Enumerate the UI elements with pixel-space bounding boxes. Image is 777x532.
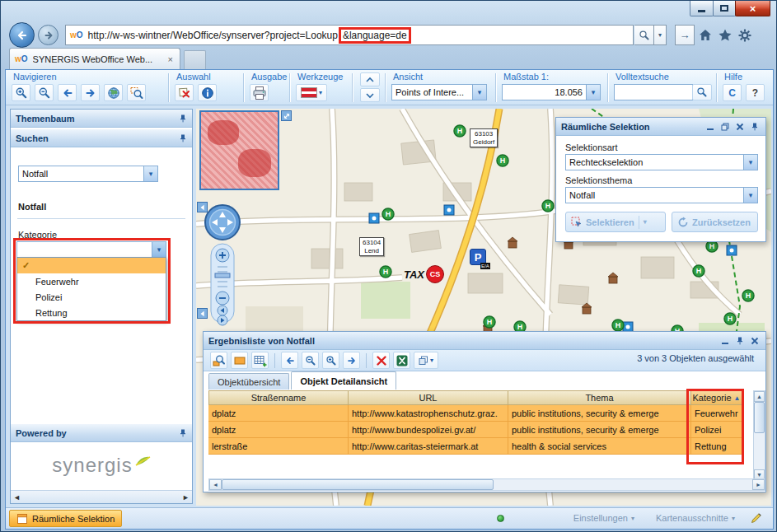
address-bar[interactable]: wO http://w-ws-wintner/WebOffice/synserv… bbox=[65, 25, 634, 45]
poi-marker[interactable] bbox=[727, 245, 737, 255]
address-search-button[interactable] bbox=[634, 25, 654, 45]
copy-results-button[interactable]: ▾ bbox=[414, 352, 438, 369]
previous-record-button[interactable] bbox=[281, 352, 298, 369]
sidebar-horizontal-scrollbar[interactable]: ◄ ► bbox=[11, 490, 192, 503]
pin-icon[interactable] bbox=[179, 429, 187, 437]
zoom-to-selected-button[interactable] bbox=[210, 352, 227, 369]
pan-to-selected-button[interactable] bbox=[231, 352, 248, 369]
help-button[interactable]: ? bbox=[746, 84, 765, 101]
pan-rose[interactable] bbox=[205, 205, 240, 240]
next-extent-button[interactable] bbox=[218, 315, 227, 325]
remove-results-button[interactable] bbox=[372, 352, 390, 369]
panel-header[interactable]: Räumliche Selektion bbox=[556, 118, 765, 136]
scroll-up-button[interactable]: ▲ bbox=[754, 391, 765, 402]
browser-back-button[interactable] bbox=[9, 22, 35, 48]
pin-panel-button[interactable] bbox=[733, 335, 746, 347]
clear-selection-button[interactable] bbox=[175, 84, 194, 101]
poi-marker[interactable] bbox=[369, 213, 379, 223]
next-extent-button[interactable] bbox=[81, 84, 100, 101]
tools-button[interactable] bbox=[736, 26, 753, 44]
float-panel-button[interactable] bbox=[718, 121, 731, 133]
landmark-marker[interactable] bbox=[609, 277, 617, 283]
toolbar-collapse-down-button[interactable] bbox=[360, 88, 380, 102]
zoom-in-button[interactable] bbox=[216, 249, 229, 262]
hospital-marker[interactable] bbox=[742, 290, 754, 301]
hospital-marker[interactable] bbox=[612, 320, 624, 331]
full-extent-button[interactable] bbox=[104, 84, 123, 101]
tab-close-button[interactable]: × bbox=[166, 54, 175, 64]
panel-header[interactable]: Ergebnisliste von Notfall bbox=[204, 332, 765, 350]
dropdown-option[interactable]: Feuerwehr bbox=[17, 273, 166, 289]
kategorie-select[interactable]: ▾ bbox=[16, 241, 166, 258]
results-vertical-scrollbar[interactable]: ▲ ▼ bbox=[753, 390, 765, 481]
address-dropdown-button[interactable]: ▾ bbox=[654, 25, 667, 45]
volltextsuche-search-button[interactable] bbox=[692, 84, 712, 100]
column-header[interactable]: Straßenname bbox=[208, 390, 349, 405]
sidebar-collapse-handle[interactable] bbox=[197, 308, 208, 319]
tab-objektuebersicht[interactable]: Objektübersicht bbox=[208, 373, 289, 390]
sidebar-collapse-handle[interactable] bbox=[197, 202, 208, 212]
selektionsart-select[interactable]: Rechteckselektion ▾ bbox=[565, 154, 758, 170]
search-theme-select[interactable]: Notfall ▾ bbox=[18, 166, 158, 182]
identify-button[interactable] bbox=[198, 84, 217, 101]
massstab-combobox[interactable]: 18.056 ▾ bbox=[502, 84, 601, 100]
pin-icon[interactable] bbox=[179, 134, 187, 142]
close-window-button[interactable]: × bbox=[735, 1, 770, 16]
edit-redline-button[interactable] bbox=[750, 511, 763, 525]
hospital-marker[interactable] bbox=[693, 265, 704, 277]
refresh-cache-button[interactable]: C bbox=[723, 84, 742, 101]
language-tools-button[interactable]: ▾ bbox=[296, 84, 327, 101]
toolbar-collapse-up-button[interactable] bbox=[360, 72, 380, 86]
scroll-right-button[interactable]: ► bbox=[752, 479, 765, 490]
scrollbar-thumb[interactable] bbox=[754, 402, 765, 433]
einstellungen-menu[interactable]: Einstellungen ▾ bbox=[573, 513, 634, 523]
close-panel-button[interactable] bbox=[733, 121, 746, 133]
table-row[interactable]: dplatz http://www.katastrophenschutz.gra… bbox=[208, 405, 753, 422]
next-record-button[interactable] bbox=[343, 352, 360, 369]
export-excel-button[interactable] bbox=[393, 352, 410, 369]
column-header[interactable]: Thema bbox=[508, 390, 691, 405]
landmark-marker[interactable] bbox=[508, 241, 517, 248]
new-tab-button[interactable] bbox=[184, 50, 206, 69]
hospital-marker[interactable] bbox=[706, 240, 718, 252]
volltextsuche-input[interactable] bbox=[614, 84, 693, 100]
minimize-button[interactable] bbox=[690, 1, 714, 16]
table-row[interactable]: dplatz http://www.bundespolizei.gv.at/ p… bbox=[208, 422, 753, 438]
scroll-left-icon[interactable]: ◄ bbox=[13, 493, 21, 502]
close-panel-button[interactable] bbox=[748, 335, 761, 347]
go-button[interactable]: → bbox=[675, 25, 695, 45]
hospital-marker[interactable] bbox=[497, 155, 508, 166]
table-row[interactable]: lerstraße http://www.caritas-steiermark.… bbox=[208, 438, 753, 455]
browser-tab[interactable]: wO SYNERGIS WebOffice Web... × bbox=[9, 48, 180, 69]
results-zoom-in-button[interactable] bbox=[322, 352, 339, 369]
scrollbar-thumb[interactable] bbox=[222, 479, 494, 490]
hospital-marker[interactable] bbox=[542, 200, 554, 212]
sidebar-panel-suchen[interactable]: Suchen bbox=[11, 129, 192, 147]
pin-panel-button[interactable] bbox=[748, 121, 761, 133]
add-to-table-button[interactable] bbox=[251, 352, 269, 369]
landmark-marker[interactable] bbox=[564, 242, 573, 249]
minimize-panel-button[interactable] bbox=[704, 121, 716, 133]
overview-map[interactable] bbox=[199, 110, 279, 190]
hospital-marker[interactable] bbox=[380, 266, 391, 278]
favorites-button[interactable] bbox=[716, 26, 733, 44]
browser-forward-button[interactable] bbox=[38, 25, 59, 45]
poi-marker[interactable] bbox=[444, 205, 454, 215]
zoom-window-button[interactable] bbox=[127, 84, 146, 101]
results-zoom-out-button[interactable] bbox=[302, 352, 319, 369]
results-horizontal-scrollbar[interactable]: ◄ ► bbox=[208, 478, 765, 491]
dropdown-option[interactable]: Polizei bbox=[17, 289, 166, 305]
zoom-in-button[interactable] bbox=[12, 84, 30, 101]
scroll-right-icon[interactable]: ► bbox=[182, 493, 190, 502]
zuruecksetzen-button[interactable]: Zurücksetzen bbox=[672, 212, 758, 232]
hospital-marker[interactable] bbox=[454, 125, 466, 137]
landmark-marker[interactable] bbox=[583, 307, 591, 314]
maximize-button[interactable] bbox=[713, 1, 736, 16]
column-header-sorted[interactable]: Kategorie▲ bbox=[691, 390, 742, 405]
dropdown-option-empty[interactable]: ✓ bbox=[17, 258, 166, 273]
minimize-panel-button[interactable] bbox=[718, 335, 731, 347]
kartenausschnitte-menu[interactable]: Kartenausschnitte ▾ bbox=[656, 513, 735, 523]
raeumliche-selektion-task-button[interactable]: Räumliche Selektion bbox=[9, 510, 122, 527]
scroll-left-button[interactable]: ◄ bbox=[209, 479, 222, 490]
dropdown-option[interactable]: Rettung bbox=[17, 305, 166, 320]
